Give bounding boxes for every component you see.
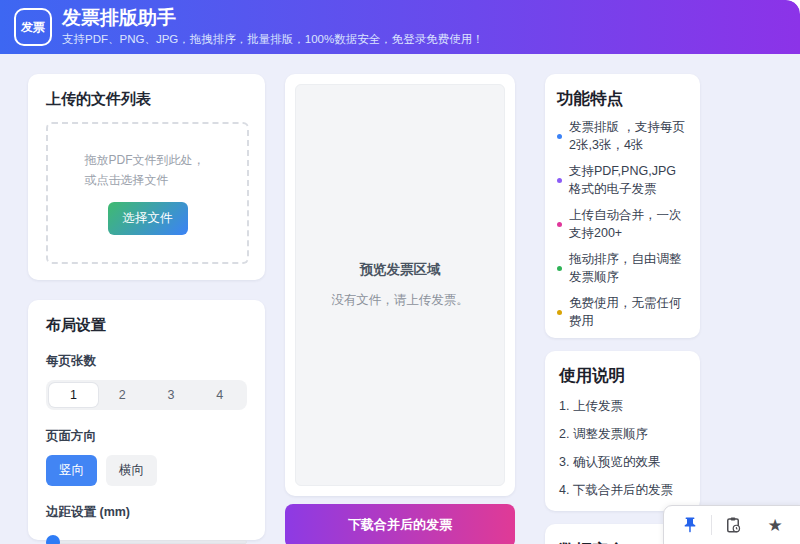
feature-text: 免费使用，无需任何费用 (569, 295, 686, 330)
app-header: 发票 发票排版助手 支持PDF、PNG、JPG，拖拽排序，批量排版，100%数据… (0, 0, 800, 54)
per-page-segmented-control: 1 2 3 4 (46, 380, 247, 410)
bullet-dot-icon (557, 222, 562, 227)
app-logo-text: 发票 (21, 19, 45, 36)
middle-column: 预览发票区域 没有文件，请上传发票。 下载合并后的发票 (285, 74, 515, 544)
layout-settings-title: 布局设置 (46, 316, 247, 335)
toolbar-divider (711, 515, 712, 535)
feature-text: 支持PDF,PNG,JPG格式的电子发票 (569, 163, 686, 198)
right-column: 功能特点 发票排版 ，支持每页2张,3张，4张 支持PDF,PNG,JPG格式的… (545, 74, 700, 544)
instruction-step: 1. 上传发票 (559, 398, 686, 415)
layout-settings-card: 布局设置 每页张数 1 2 3 4 页面方向 竖向 横向 边距设置 (mm) (28, 300, 265, 540)
per-page-option-2[interactable]: 2 (98, 383, 147, 407)
page-subtitle: 支持PDF、PNG、JPG，拖拽排序，批量排版，100%数据安全，免登录免费使用… (62, 32, 484, 47)
feature-item: 支持PDF,PNG,JPG格式的电子发票 (557, 163, 686, 198)
per-page-option-3[interactable]: 3 (147, 383, 196, 407)
feature-item: 上传自动合并，一次支持200+ (557, 207, 686, 242)
star-icon[interactable]: ★ (765, 515, 785, 535)
feature-item: 拖动排序，自由调整发票顺序 (557, 251, 686, 286)
bullet-dot-icon (557, 134, 562, 139)
features-title: 功能特点 (557, 88, 686, 110)
features-card: 功能特点 发票排版 ，支持每页2张,3张，4张 支持PDF,PNG,JPG格式的… (545, 74, 700, 338)
clipboard-icon[interactable] (723, 515, 743, 535)
pin-icon[interactable] (680, 515, 700, 535)
instructions-title: 使用说明 (559, 365, 686, 387)
margin-label: 边距设置 (mm) (46, 504, 247, 521)
feature-item: 免费使用，无需任何费用 (557, 295, 686, 330)
app-page: 发票 发票排版助手 支持PDF、PNG、JPG，拖拽排序，批量排版，100%数据… (0, 0, 800, 544)
instruction-step: 2. 调整发票顺序 (559, 426, 686, 443)
orientation-portrait-button[interactable]: 竖向 (46, 455, 97, 486)
feature-text: 上传自动合并，一次支持200+ (569, 207, 686, 242)
per-page-label: 每页张数 (46, 353, 247, 370)
download-merged-button[interactable]: 下载合并后的发票 (285, 504, 515, 544)
page-title: 发票排版助手 (62, 7, 484, 29)
main-content: 上传的文件列表 拖放PDF文件到此处，或点击选择文件 选择文件 布局设置 每页张… (0, 54, 800, 544)
app-logo: 发票 (14, 8, 52, 46)
floating-toolbar: ★ (663, 505, 800, 544)
orientation-landscape-button[interactable]: 横向 (106, 455, 157, 486)
feature-item: 发票排版 ，支持每页2张,3张，4张 (557, 119, 686, 154)
margin-slider[interactable] (46, 535, 247, 544)
upload-file-card: 上传的文件列表 拖放PDF文件到此处，或点击选择文件 选择文件 (28, 74, 265, 280)
invoice-preview-area: 预览发票区域 没有文件，请上传发票。 (295, 84, 505, 486)
left-column: 上传的文件列表 拖放PDF文件到此处，或点击选择文件 选择文件 布局设置 每页张… (28, 74, 265, 540)
instruction-step: 4. 下载合并后的发票 (559, 482, 686, 499)
margin-slider-track[interactable] (46, 540, 247, 544)
feature-text: 拖动排序，自由调整发票顺序 (569, 251, 686, 286)
instruction-step: 3. 确认预览的效果 (559, 454, 686, 471)
preview-empty-text: 没有文件，请上传发票。 (331, 292, 469, 309)
per-page-option-4[interactable]: 4 (195, 383, 244, 407)
instructions-card: 使用说明 1. 上传发票 2. 调整发票顺序 3. 确认预览的效果 4. 下载合… (545, 351, 700, 511)
preview-area-title: 预览发票区域 (360, 261, 441, 279)
header-text: 发票排版助手 支持PDF、PNG、JPG，拖拽排序，批量排版，100%数据安全，… (62, 7, 484, 47)
margin-slider-thumb[interactable] (46, 535, 60, 544)
orientation-label: 页面方向 (46, 428, 247, 445)
feature-text: 发票排版 ，支持每页2张,3张，4张 (569, 119, 686, 154)
bullet-dot-icon (557, 310, 562, 315)
bullet-dot-icon (557, 178, 562, 183)
per-page-option-1[interactable]: 1 (49, 383, 98, 407)
orientation-buttons: 竖向 横向 (46, 455, 247, 486)
preview-card: 预览发票区域 没有文件，请上传发票。 (285, 74, 515, 496)
choose-file-button[interactable]: 选择文件 (108, 202, 188, 235)
bullet-dot-icon (557, 266, 562, 271)
file-dropzone[interactable]: 拖放PDF文件到此处，或点击选择文件 选择文件 (46, 122, 249, 264)
upload-card-title: 上传的文件列表 (46, 90, 249, 109)
dropzone-hint: 拖放PDF文件到此处，或点击选择文件 (85, 151, 211, 191)
